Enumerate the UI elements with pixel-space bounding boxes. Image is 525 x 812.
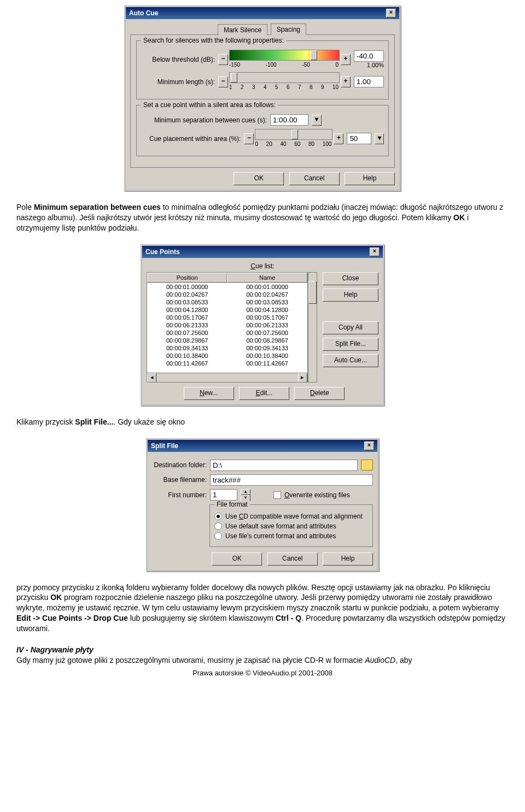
horizontal-scrollbar[interactable]: ◂▸ (147, 373, 307, 382)
split-file-titlebar[interactable]: Split File × (148, 440, 377, 452)
cancel-button[interactable]: Cancel (289, 172, 340, 185)
slider-minus-button[interactable]: − (218, 77, 228, 87)
tab-mark-silence[interactable]: Mark Silence (218, 24, 267, 36)
paragraph-3: przy pomocy przycisku z ikonką folderu w… (16, 582, 509, 634)
new-button[interactable]: New... (184, 387, 234, 400)
cue-place-label: Cue placement within area (%): (141, 135, 241, 143)
vertical-scrollbar[interactable] (308, 272, 317, 383)
group-title: Set a cue point within a silent area as … (141, 101, 278, 109)
cue-place-input[interactable] (347, 133, 371, 144)
table-row[interactable]: 00:00:07.2560000:00:07.25600 (147, 329, 307, 337)
help-button[interactable]: Help (323, 552, 373, 566)
min-sep-input[interactable] (270, 114, 308, 126)
footer-copyright: Prawa autorskie © VideoAudio.pl 2001-200… (16, 669, 509, 677)
below-threshold-label: Below threshold (dB): (141, 56, 215, 63)
table-row[interactable]: 00:00:06.2133300:00:06.21333 (147, 321, 307, 329)
min-length-input[interactable] (354, 76, 384, 87)
table-row[interactable]: 00:00:01.0000000:00:01.00000 (147, 283, 307, 291)
radio-default-format[interactable]: Use default save format and attributes (214, 522, 368, 530)
edit-button[interactable]: Edit... (239, 387, 289, 400)
table-row[interactable]: 00:00:11.4266700:00:11.42667 (147, 360, 307, 367)
folder-icon[interactable] (361, 460, 373, 470)
group-cue-point: Set a cue point within a silent area as … (136, 105, 389, 156)
close-icon[interactable]: × (364, 442, 374, 450)
ok-button[interactable]: OK (212, 552, 262, 566)
radio-cd-compatible[interactable]: Use CD compatible wave format and alignm… (214, 513, 368, 520)
delete-button[interactable]: Delete (294, 387, 345, 400)
help-button[interactable]: Help (345, 172, 395, 185)
min-sep-label: Minimum separation between cues (s): (141, 116, 267, 124)
table-row[interactable]: 00:00:05.1706700:00:05.17067 (147, 314, 307, 321)
dropdown-icon[interactable]: ▾ (312, 115, 322, 126)
min-length-label: Minimum length (s): (141, 78, 215, 86)
cue-list-label: Cue list: (250, 262, 274, 270)
slider-minus-button[interactable]: − (218, 54, 228, 65)
table-row[interactable]: 00:00:03.0853300:00:03.08533 (147, 298, 307, 306)
spin-up-icon[interactable]: ▴ (241, 489, 250, 495)
dialog-title: Cue Points (145, 248, 180, 256)
below-threshold-input[interactable] (354, 50, 384, 62)
cue-list[interactable]: Position Name 00:00:01.0000000:00:01.000… (147, 272, 308, 383)
base-filename-input[interactable] (210, 474, 373, 486)
ok-button[interactable]: OK (234, 172, 284, 185)
table-row[interactable]: 00:00:02.0426700:00:02.04267 (147, 291, 307, 298)
group-title: Search for silences with the following p… (141, 37, 286, 44)
slider-plus-button[interactable]: + (334, 133, 343, 144)
table-row[interactable]: 00:00:09.3413300:00:09.34133 (147, 344, 307, 352)
paragraph-1: Pole Minimum separation between cues to … (16, 202, 509, 233)
base-filename-label: Base filename: (152, 476, 207, 484)
slider-plus-button[interactable]: + (341, 54, 351, 65)
overwrite-label: Overwrite existing files (284, 491, 350, 499)
auto-cue-dialog: Auto Cue × Mark Silence Spacing Search f… (124, 5, 401, 191)
close-button[interactable]: Close (323, 272, 378, 285)
first-number-label: First number: (152, 491, 207, 499)
tab-spacing[interactable]: Spacing (271, 23, 306, 35)
cue-points-dialog: Cue Points × Cue list: Position Name 00:… (141, 244, 384, 406)
col-position[interactable]: Position (147, 273, 227, 283)
close-icon[interactable]: × (370, 248, 380, 256)
dropdown-icon[interactable]: ▾ (375, 133, 384, 144)
first-number-input[interactable] (210, 489, 237, 501)
copy-all-button[interactable]: Copy All (323, 321, 378, 334)
paragraph-2: Klikamy przycisk Split File.... Gdy ukaż… (16, 417, 509, 427)
auto-cue-button[interactable]: Auto Cue... (323, 354, 378, 367)
col-name[interactable]: Name (227, 273, 307, 283)
cue-points-titlebar[interactable]: Cue Points × (142, 246, 383, 258)
radio-current-format[interactable]: Use file's current format and attributes (214, 532, 368, 540)
group-title: File format (214, 501, 250, 508)
help-button[interactable]: Help (323, 289, 378, 302)
close-icon[interactable]: × (386, 9, 396, 17)
auto-cue-titlebar[interactable]: Auto Cue × (126, 7, 399, 19)
dialog-title: Auto Cue (129, 9, 158, 17)
group-silence-props: Search for silences with the following p… (136, 40, 389, 99)
table-row[interactable]: 00:00:10.3840000:00:10.38400 (147, 352, 307, 360)
slider-plus-button[interactable]: + (341, 77, 351, 87)
cancel-button[interactable]: Cancel (267, 552, 318, 566)
dest-folder-label: Destination folder: (152, 461, 207, 469)
table-row[interactable]: 00:00:04.1280000:00:04.12800 (147, 306, 307, 314)
table-row[interactable]: 00:00:08.2986700:00:08.29867 (147, 337, 307, 344)
slider-minus-button[interactable]: − (244, 133, 254, 144)
below-threshold-pct: 1.00% (367, 62, 384, 68)
group-file-format: File format Use CD compatible wave forma… (209, 504, 373, 547)
dialog-title: Split File (151, 442, 178, 450)
split-file-dialog: Split File × Destination folder: Base fi… (146, 438, 379, 572)
split-file-button[interactable]: Split File... (323, 338, 378, 351)
dest-folder-input[interactable] (210, 460, 358, 471)
paragraph-4: IV - Nagrywanie płyty Gdy mamy już gotow… (16, 645, 509, 666)
overwrite-checkbox[interactable] (273, 491, 281, 499)
